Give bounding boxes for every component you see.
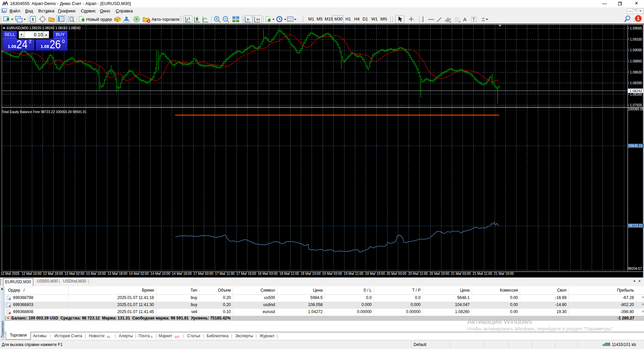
svg-text:W1: W1 — [371, 17, 378, 21]
svg-text:13 Mar 18:00: 13 Mar 18:00 — [108, 272, 127, 276]
svg-text:M1: M1 — [308, 17, 314, 21]
svg-text:98204.57: 98204.57 — [628, 267, 642, 270]
svg-text:H1: H1 — [345, 17, 351, 21]
svg-text:100089.05: 100089.05 — [628, 107, 644, 111]
svg-text:14 Mar 02:00: 14 Mar 02:00 — [129, 272, 149, 276]
svg-text:12 Mar 18:00: 12 Mar 18:00 — [43, 272, 63, 276]
svg-text:21 Mar 03:00: 21 Mar 03:00 — [451, 272, 471, 276]
svg-text:17 Mar 03:00: 17 Mar 03:00 — [194, 272, 213, 276]
svg-text:20 Mar 03:00: 20 Mar 03:00 — [387, 272, 407, 276]
svg-text:20 Mar 11:00: 20 Mar 11:00 — [408, 272, 428, 276]
svg-text:F: F — [459, 21, 461, 23]
svg-text:18 Mar 11:00: 18 Mar 11:00 — [279, 272, 299, 276]
svg-text:1.09095: 1.09095 — [630, 48, 642, 52]
svg-text:14 Mar 10:00: 14 Mar 10:00 — [151, 272, 170, 276]
svg-text:1.08865: 1.08865 — [630, 59, 642, 63]
svg-text:M30: M30 — [334, 17, 342, 21]
svg-text:M15: M15 — [325, 17, 333, 21]
svg-text:19 Mar 11:00: 19 Mar 11:00 — [344, 272, 364, 276]
svg-text:20 Mar 19:00: 20 Mar 19:00 — [430, 272, 449, 276]
svg-text:A: A — [463, 16, 467, 22]
svg-text:Новый ордер: Новый ордер — [86, 17, 112, 22]
svg-text:13 Mar 10:00: 13 Mar 10:00 — [86, 272, 106, 276]
svg-text:Total Equity Balance Free 9872: Total Equity Balance Free 98723.22 10000… — [2, 110, 87, 114]
svg-text:1.08160: 1.08160 — [630, 93, 642, 96]
svg-text:14 Mar 18:00: 14 Mar 18:00 — [172, 272, 192, 276]
svg-text:1: 1 — [637, 16, 640, 21]
svg-text:21 Mar 19:00: 21 Mar 19:00 — [494, 272, 514, 276]
svg-text:T: T — [473, 17, 475, 22]
svg-text:12 Mar 10:00: 12 Mar 10:00 — [22, 272, 42, 276]
svg-text:12 Mar 2025: 12 Mar 2025 — [1, 272, 20, 276]
svg-text:98723.22: 98723.22 — [629, 224, 643, 228]
svg-text:1.07925: 1.07925 — [630, 103, 642, 107]
svg-text:1.09330: 1.09330 — [630, 38, 642, 41]
svg-text:1.09565: 1.09565 — [630, 27, 642, 30]
svg-text:H4: H4 — [354, 17, 360, 21]
svg-text:18 Mar 03:00: 18 Mar 03:00 — [258, 272, 278, 276]
svg-text:19 Mar 19:00: 19 Mar 19:00 — [365, 272, 385, 276]
svg-text:E: E — [450, 21, 451, 23]
svg-text:19 Mar 03:00: 19 Mar 03:00 — [322, 272, 342, 276]
svg-text:13 Mar 02:00: 13 Mar 02:00 — [65, 272, 85, 276]
svg-text:21 Mar 11:00: 21 Mar 11:00 — [473, 272, 492, 276]
svg-text:D1: D1 — [363, 17, 368, 21]
svg-text:1.08395: 1.08395 — [630, 81, 642, 85]
svg-text:99645.15: 99645.15 — [629, 144, 643, 148]
svg-text:18 Mar 19:00: 18 Mar 19:00 — [301, 272, 321, 276]
svg-text:Авто-торговля: Авто-торговля — [152, 17, 179, 22]
svg-text:17 Mar 19:00: 17 Mar 19:00 — [236, 272, 256, 276]
svg-text:17 Mar 11:00: 17 Mar 11:00 — [215, 272, 235, 276]
svg-text:1.08242: 1.08242 — [630, 89, 642, 93]
svg-text:M5: M5 — [317, 17, 322, 21]
svg-text:1.08630: 1.08630 — [630, 70, 642, 74]
svg-text:MN: MN — [380, 17, 387, 21]
